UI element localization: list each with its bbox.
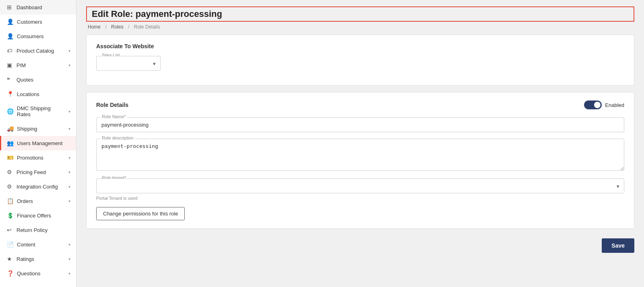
associate-website-card: Associate To Website Sites List [86,35,634,86]
role-tenant-select[interactable] [96,178,624,193]
locations-icon: 📍 [7,91,14,97]
chevron-down-icon: ▾ [68,109,70,114]
sidebar-item-promotions[interactable]: 🎫 Promotions ▾ [0,150,76,165]
sidebar-item-finance-offers[interactable]: 💲 Finance Offers [0,208,76,223]
page-header: Edit Role: payment-processing Home / Rol… [86,6,634,30]
change-permissions-button[interactable]: Change permissions for this role [96,207,185,220]
sites-list-select-wrapper [96,56,161,71]
sidebar-item-consumers[interactable]: 👤 Consumers [0,29,76,43]
shipping-icon: 🚚 [7,125,14,132]
pricing-feed-icon: ⚙ [7,169,13,175]
sidebar-item-questions[interactable]: ❓ Questions ▾ [0,266,76,281]
role-details-header: Role Details Enabled [96,100,624,109]
sidebar-item-dashboard[interactable]: ⊞ Dashboard [0,0,76,14]
enabled-toggle[interactable] [584,100,602,109]
chevron-down-icon: ▾ [68,63,70,68]
page-title: Edit Role: payment-processing [92,9,629,19]
portal-tenant-text: Portal Tenant is used [96,196,624,201]
sidebar-item-pricing-feed[interactable]: ⚙ Pricing Feed ▾ [0,165,76,179]
orders-icon: 📋 [7,198,14,204]
content-icon: 📄 [7,241,14,248]
finance-offers-icon: 💲 [7,212,14,219]
page-title-box: Edit Role: payment-processing [86,6,634,22]
chevron-down-icon: ▾ [68,242,70,247]
return-policy-icon: ↩ [7,227,13,233]
sidebar-item-orders[interactable]: 📋 Orders ▾ [0,194,76,208]
sidebar-item-quotes[interactable]: ❝ Quotes [0,72,76,87]
sidebar-item-content[interactable]: 📄 Content ▾ [0,237,76,252]
main-content: Edit Role: payment-processing Home / Rol… [76,0,644,287]
associate-website-title: Associate To Website [96,43,624,49]
chevron-down-icon: ▾ [68,170,70,174]
questions-icon: ❓ [7,270,14,277]
sidebar-item-users-management[interactable]: 👥 Users Management [0,136,76,150]
chevron-down-icon: ▾ [68,271,70,276]
ratings-icon: ★ [7,256,13,262]
breadcrumb: Home / Roles / Role Details [86,24,634,30]
role-tenant-select-wrapper [96,178,624,193]
save-button[interactable]: Save [602,238,634,253]
sidebar-item-ratings[interactable]: ★ Ratings ▾ [0,252,76,266]
promotions-icon: 🎫 [7,154,14,161]
quotes-icon: ❝ [7,76,13,83]
chevron-down-icon: ▾ [68,199,70,203]
sidebar-item-locations[interactable]: 📍 Locations [0,87,76,101]
role-description-input[interactable]: payment-processing [96,139,624,171]
consumers-icon: 👤 [7,33,14,39]
sidebar-item-pim[interactable]: ▣ PIM ▾ [0,58,76,72]
integration-config-icon: ⚙ [7,183,13,190]
toggle-wrapper: Enabled [584,100,624,109]
footer-row: Save [86,238,634,253]
role-details-title: Role Details [96,102,128,108]
role-details-card: Role Details Enabled Role Name* Role des… [86,92,634,229]
customers-icon: 👤 [7,18,14,25]
role-name-label: Role Name* [100,114,127,119]
dmc-shipping-icon: 🌐 [7,108,14,115]
sidebar: ⊞ Dashboard 👤 Customers 👤 Consumers 🏷 Pr… [0,0,76,287]
sidebar-item-return-policy[interactable]: ↩ Return Policy [0,223,76,237]
dashboard-icon: ⊞ [7,4,13,10]
role-tenant-group: Role tenant* [96,178,624,193]
users-management-icon: 👥 [7,140,14,146]
sites-list-group: Sites List [96,56,161,71]
chevron-down-icon: ▾ [68,184,70,189]
role-description-label: Role description [100,135,135,140]
enabled-label: Enabled [605,102,624,108]
sidebar-item-shipping[interactable]: 🚚 Shipping ▾ [0,121,76,136]
role-name-input[interactable] [96,117,624,132]
sidebar-item-dmc-shipping[interactable]: 🌐 DMC Shipping Rates ▾ [0,101,76,121]
sidebar-item-customers[interactable]: 👤 Customers [0,14,76,29]
role-description-group: Role description payment-processing [96,139,624,172]
sidebar-item-integration-config[interactable]: ⚙ Integration Config ▾ [0,179,76,194]
chevron-down-icon: ▾ [68,127,70,131]
sidebar-item-product-catalog[interactable]: 🏷 Product Catalog ▾ [0,43,76,58]
sites-list-select[interactable] [96,56,161,71]
pim-icon: ▣ [7,62,13,68]
product-catalog-icon: 🏷 [7,47,13,54]
chevron-down-icon: ▾ [68,156,70,160]
role-name-group: Role Name* [96,117,624,132]
chevron-down-icon: ▾ [68,257,70,261]
chevron-down-icon: ▾ [68,49,70,53]
